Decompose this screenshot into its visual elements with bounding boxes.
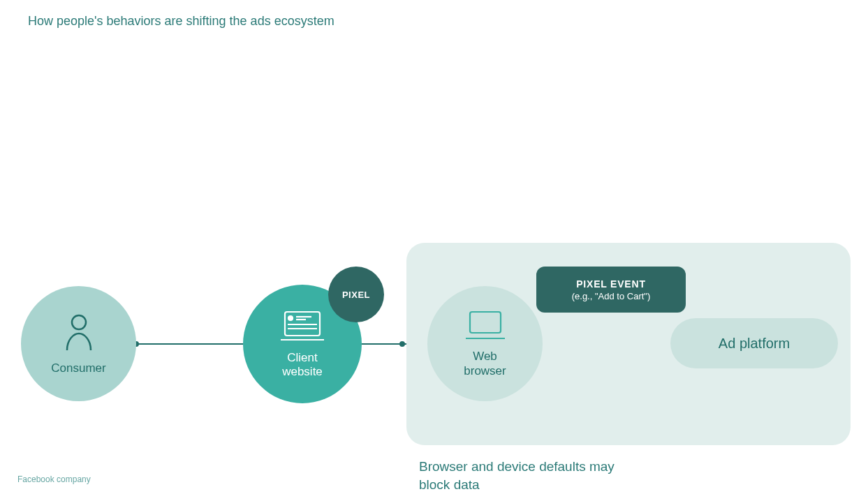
node-consumer: Consumer bbox=[21, 286, 136, 401]
laptop-icon bbox=[463, 309, 508, 348]
pixel-event-card: PIXEL EVENT (e.g., "Add to Cart") bbox=[536, 267, 686, 313]
svg-rect-15 bbox=[470, 312, 501, 333]
blocked-caption: Browser and device defaults may block da… bbox=[419, 458, 628, 493]
node-consumer-label: Consumer bbox=[51, 361, 105, 375]
node-web-browser: Webbrowser bbox=[427, 286, 543, 401]
pixel-event-subtitle: (e.g., "Add to Cart") bbox=[572, 291, 651, 301]
diagram-canvas: Consumer Clientwebsite PIXEL bbox=[0, 230, 868, 474]
svg-point-10 bbox=[288, 316, 293, 320]
page-title: How people's behaviors are shifting the … bbox=[28, 14, 334, 29]
person-icon bbox=[63, 313, 95, 359]
pixel-event-title: PIXEL EVENT bbox=[576, 278, 646, 290]
node-browser-label: Webbrowser bbox=[464, 350, 506, 378]
svg-point-8 bbox=[72, 315, 86, 329]
blocked-container: Webbrowser PIXEL EVENT (e.g., "Add to Ca… bbox=[406, 243, 851, 445]
node-ad-platform-label: Ad platform bbox=[719, 336, 790, 352]
footer-company: Facebook company bbox=[17, 474, 91, 484]
laptop-website-icon bbox=[278, 309, 327, 350]
pixel-badge-label: PIXEL bbox=[342, 290, 370, 300]
pixel-badge: PIXEL bbox=[328, 267, 384, 322]
node-client-label: Clientwebsite bbox=[282, 351, 323, 380]
svg-point-3 bbox=[399, 341, 405, 347]
node-ad-platform: Ad platform bbox=[670, 318, 838, 368]
